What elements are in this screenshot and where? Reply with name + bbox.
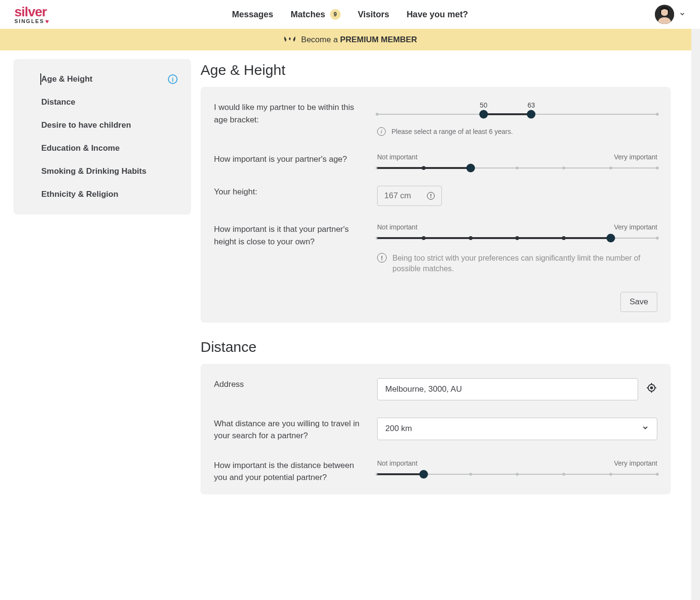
heart-icon: ♥ [45, 18, 50, 25]
main: Age & Height I would like my partner to … [201, 59, 671, 494]
svg-point-3 [651, 387, 653, 389]
sidebar-item-smoking-drinking[interactable]: Smoking & Drinking Habits [13, 160, 191, 183]
sidebar-item-label: Desire to have children [41, 120, 131, 130]
age-min-handle[interactable] [479, 110, 488, 119]
sidebar-item-children[interactable]: Desire to have children [13, 114, 191, 137]
distance-value: 200 km [385, 424, 412, 433]
chevron-down-icon[interactable] [679, 11, 686, 19]
height-importance-slider[interactable]: Not important Very important [377, 223, 657, 239]
scrollbar[interactable] [691, 29, 700, 514]
age-min-value: 50 [480, 101, 487, 109]
height-value: 167 cm [384, 191, 411, 201]
not-important-label: Not important [377, 223, 417, 231]
nav-matches[interactable]: Matches 9 [291, 9, 341, 20]
sidebar-item-distance[interactable]: Distance [13, 91, 191, 114]
age-importance-label: How important is your partner's age? [214, 153, 368, 166]
alert-icon: ! [377, 253, 387, 263]
premium-banner[interactable]: Become a PREMIUM MEMBER [0, 29, 700, 50]
age-range-hint: i Please select a range of at least 6 ye… [377, 127, 657, 136]
wreath-icon [283, 34, 297, 46]
header: silver SINGLES ♥ Messages Matches 9 Visi… [0, 0, 700, 29]
slider-handle[interactable] [419, 470, 428, 479]
age-max-value: 63 [527, 101, 535, 109]
nav-have-you-met[interactable]: Have you met? [406, 10, 468, 20]
address-input[interactable] [377, 378, 638, 400]
sidebar-item-label: Smoking & Drinking Habits [41, 167, 146, 176]
matches-badge: 9 [330, 9, 341, 20]
height-importance-label: How important is it that your partner's … [214, 223, 368, 248]
not-important-label: Not important [377, 459, 417, 467]
sidebar-item-ethnicity-religion[interactable]: Ethnicity & Religion [13, 183, 191, 206]
sidebar-item-label: Education & Income [41, 144, 119, 153]
nav-messages[interactable]: Messages [232, 10, 273, 20]
panel-distance: Address What distance are you [201, 364, 671, 494]
age-max-handle[interactable] [527, 110, 535, 119]
logo-brand-bottom: SINGLES ♥ [14, 18, 50, 25]
section-title-age-height: Age & Height [201, 62, 671, 78]
not-important-label: Not important [377, 153, 417, 161]
premium-text: Become a PREMIUM MEMBER [301, 35, 417, 45]
sidebar-item-education-income[interactable]: Education & Income [13, 137, 191, 160]
age-range-slider[interactable]: 50 63 [377, 101, 657, 115]
main-nav: Messages Matches 9 Visitors Have you met… [232, 9, 468, 20]
chevron-down-icon [641, 424, 649, 434]
height-input[interactable]: 167 cm ! [377, 186, 442, 206]
info-icon[interactable]: i [168, 74, 178, 84]
save-button[interactable]: Save [620, 292, 657, 312]
panel-age-height: I would like my partner to be within thi… [201, 87, 671, 323]
very-important-label: Very important [614, 459, 657, 467]
address-label: Address [214, 378, 368, 391]
section-title-distance: Distance [201, 339, 671, 355]
locate-icon[interactable] [646, 382, 657, 396]
sidebar-item-label: Ethnicity & Religion [41, 190, 119, 199]
info-icon: i [377, 127, 386, 136]
sidebar-item-label: Age & Height [41, 74, 93, 84]
age-importance-slider[interactable]: Not important Very important [377, 153, 657, 168]
distance-importance-slider[interactable]: Not important Very important [377, 459, 657, 475]
height-warning: ! Being too strict with your preferences… [377, 253, 657, 275]
distance-importance-label: How important is the distance between yo… [214, 459, 368, 484]
slider-handle[interactable] [466, 164, 475, 172]
distance-label: What distance are you willing to travel … [214, 418, 368, 442]
height-label: Your height: [214, 186, 368, 198]
distance-select[interactable]: 200 km [377, 418, 657, 440]
avatar[interactable] [655, 5, 674, 24]
sidebar-item-label: Distance [41, 97, 75, 107]
sidebar-item-age-height[interactable]: Age & Height i [13, 68, 191, 91]
sidebar: Age & Height i Distance Desire to have c… [13, 59, 191, 215]
very-important-label: Very important [614, 223, 657, 231]
slider-handle[interactable] [606, 234, 615, 242]
alert-icon: ! [427, 192, 435, 200]
logo[interactable]: silver SINGLES ♥ [14, 4, 50, 25]
very-important-label: Very important [614, 153, 657, 161]
nav-visitors[interactable]: Visitors [358, 10, 390, 20]
user-menu[interactable] [655, 5, 686, 24]
age-range-label: I would like my partner to be within thi… [214, 101, 368, 126]
